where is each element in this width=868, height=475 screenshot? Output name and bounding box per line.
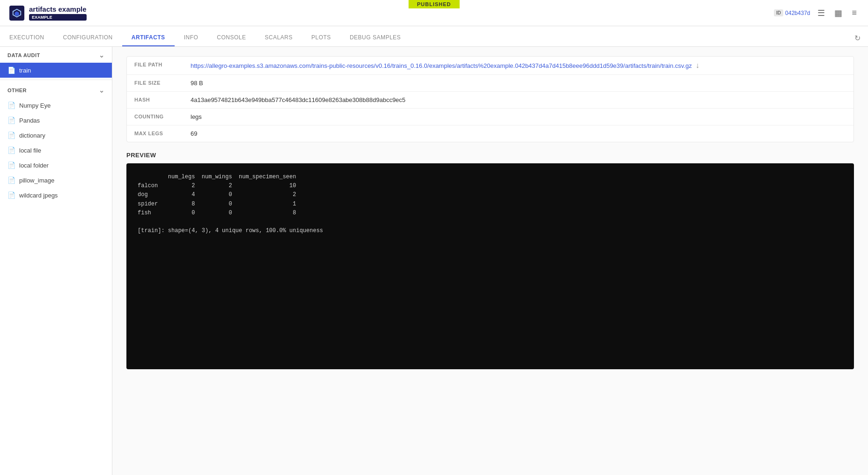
file-path-value: https://allegro-examples.s3.amazonaws.co… — [191, 61, 846, 70]
sidebar-label-local-folder: local folder — [19, 162, 49, 169]
main-layout: DATA AUDIT ⌄ 📄 train OTHER ⌄ 📄 Numpy Eye… — [0, 47, 868, 475]
file-details: FILE PATH https://allegro-examples.s3.am… — [126, 56, 854, 142]
sidebar-item-dictionary[interactable]: 📄 dictionary — [0, 128, 112, 143]
sidebar-item-pandas[interactable]: 📄 Pandas — [0, 113, 112, 128]
example-badge: EXAMPLE — [29, 14, 87, 21]
file-path-link[interactable]: https://allegro-examples.s3.amazonaws.co… — [191, 62, 692, 69]
tab-debug-samples[interactable]: DEBUG SAMPLES — [340, 29, 410, 46]
file-icon-wildcard: 📄 — [7, 191, 15, 199]
file-path-row: FILE PATH https://allegro-examples.s3.am… — [127, 57, 853, 75]
counting-label: COUNTING — [134, 113, 191, 119]
sidebar-label-local-file: local file — [19, 147, 41, 154]
id-label: ID — [774, 9, 783, 16]
download-icon[interactable]: ↓ — [696, 61, 699, 70]
header-title-area: artifacts example EXAMPLE — [29, 5, 87, 21]
other-label: OTHER — [7, 88, 27, 93]
sidebar-item-local-folder[interactable]: 📄 local folder — [0, 158, 112, 173]
file-icon-pandas: 📄 — [7, 117, 15, 124]
menu-icon-btn[interactable]: ≡ — [850, 6, 859, 20]
hash-value: 4a13ae9574821b643e949bba577c46483dc11609… — [191, 96, 846, 103]
sidebar-divider — [0, 80, 112, 80]
file-icon-local-folder: 📄 — [7, 161, 15, 169]
header-logo: artifacts example EXAMPLE — [9, 5, 87, 21]
id-value: 042b437d — [785, 10, 810, 16]
comment-icon-btn[interactable]: ☰ — [816, 6, 827, 20]
header-right: ID 042b437d ☰ ▦ ≡ — [774, 6, 859, 20]
hash-label: HASH — [134, 96, 191, 102]
file-path-label: FILE PATH — [134, 61, 191, 67]
file-size-label: FILE SIZE — [134, 80, 191, 86]
logo-icon[interactable] — [9, 6, 24, 21]
counting-value: legs — [191, 113, 846, 120]
data-audit-label: DATA AUDIT — [7, 52, 40, 58]
published-bar: PUBLISHED — [409, 0, 460, 8]
preview-section: PREVIEW num_legs num_wings num_specimen_… — [126, 152, 854, 369]
sidebar-label-pandas: Pandas — [19, 117, 40, 124]
file-icon-train: 📄 — [7, 66, 15, 74]
refresh-icon-btn[interactable]: ↻ — [847, 30, 868, 46]
file-icon-numpy: 📄 — [7, 102, 15, 109]
max-legs-value: 69 — [191, 130, 846, 137]
hash-row: HASH 4a13ae9574821b643e949bba577c46483dc… — [127, 92, 853, 109]
tab-execution[interactable]: EXECUTION — [0, 29, 54, 46]
sidebar-item-train[interactable]: 📄 train — [0, 63, 112, 78]
tab-configuration[interactable]: CONFIGURATION — [54, 29, 122, 46]
file-icon-local-file: 📄 — [7, 146, 15, 154]
sidebar-label-train: train — [19, 67, 31, 74]
sidebar-section-other: OTHER ⌄ — [0, 82, 112, 98]
sidebar-label-pillow-image: pillow_image — [19, 177, 54, 184]
main-content: FILE PATH https://allegro-examples.s3.am… — [112, 47, 868, 475]
sidebar: DATA AUDIT ⌄ 📄 train OTHER ⌄ 📄 Numpy Eye… — [0, 47, 112, 475]
tab-console[interactable]: CONSOLE — [207, 29, 255, 46]
sidebar-label-wildcard-jpegs: wildcard jpegs — [19, 192, 58, 199]
svg-marker-1 — [15, 11, 19, 16]
file-icon-pillow: 📄 — [7, 176, 15, 184]
tab-artifacts[interactable]: ARTIFACTS — [122, 29, 175, 46]
header-id: ID 042b437d — [774, 9, 810, 16]
tab-plots[interactable]: PLOTS — [302, 29, 340, 46]
file-size-value: 98 B — [191, 80, 846, 87]
max-legs-label: MAX LEGS — [134, 130, 191, 136]
file-icon-dictionary: 📄 — [7, 132, 15, 139]
app-title: artifacts example — [29, 5, 87, 13]
tab-nav: EXECUTION CONFIGURATION ARTIFACTS INFO C… — [0, 26, 868, 47]
max-legs-row: MAX LEGS 69 — [127, 125, 853, 142]
tab-scalars[interactable]: SCALARS — [256, 29, 302, 46]
sidebar-item-local-file[interactable]: 📄 local file — [0, 143, 112, 158]
preview-box: num_legs num_wings num_specimen_seen fal… — [126, 163, 854, 369]
data-audit-chevron[interactable]: ⌄ — [99, 51, 105, 59]
sidebar-item-numpy-eye[interactable]: 📄 Numpy Eye — [0, 98, 112, 113]
preview-label: PREVIEW — [126, 152, 854, 159]
file-size-row: FILE SIZE 98 B — [127, 75, 853, 92]
counting-row: COUNTING legs — [127, 109, 853, 125]
sidebar-label-dictionary: dictionary — [19, 132, 45, 139]
sidebar-label-numpy-eye: Numpy Eye — [19, 102, 51, 109]
sidebar-item-wildcard-jpegs[interactable]: 📄 wildcard jpegs — [0, 188, 112, 203]
sidebar-section-data-audit: DATA AUDIT ⌄ — [0, 47, 112, 63]
layout-icon-btn[interactable]: ▦ — [832, 6, 844, 20]
sidebar-item-pillow-image[interactable]: 📄 pillow_image — [0, 173, 112, 188]
other-chevron[interactable]: ⌄ — [99, 87, 105, 94]
tab-info[interactable]: INFO — [175, 29, 208, 46]
